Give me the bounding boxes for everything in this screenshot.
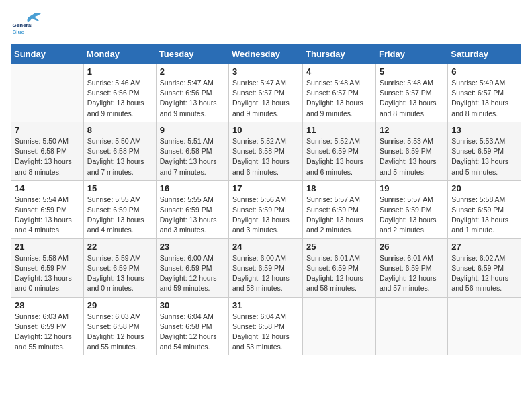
day-number: 11 [306,125,372,135]
calendar-cell: 10Sunrise: 5:52 AMSunset: 6:58 PMDayligh… [229,122,303,180]
day-info: Sunrise: 5:50 AMSunset: 6:58 PMDaylight:… [15,136,80,177]
day-number: 28 [15,300,80,310]
day-info: Sunrise: 5:52 AMSunset: 6:59 PMDaylight:… [306,136,372,177]
day-info: Sunrise: 5:57 AMSunset: 6:59 PMDaylight:… [306,195,372,236]
day-info: Sunrise: 5:59 AMSunset: 6:59 PMDaylight:… [87,253,152,294]
day-number: 29 [87,300,152,310]
calendar-cell: 2Sunrise: 5:47 AMSunset: 6:56 PMDaylight… [156,64,228,122]
day-info: Sunrise: 6:00 AMSunset: 6:59 PMDaylight:… [160,253,225,294]
week-row-4: 21Sunrise: 5:58 AMSunset: 6:59 PMDayligh… [11,238,521,297]
day-info: Sunrise: 5:53 AMSunset: 6:59 PMDaylight:… [451,136,517,177]
calendar-cell: 14Sunrise: 5:54 AMSunset: 6:59 PMDayligh… [11,180,84,238]
calendar-cell: 28Sunrise: 6:03 AMSunset: 6:59 PMDayligh… [11,297,84,355]
calendar-cell: 31Sunrise: 6:04 AMSunset: 6:58 PMDayligh… [229,297,303,355]
day-header-tuesday: Tuesday [156,45,228,64]
calendar-cell: 9Sunrise: 5:51 AMSunset: 6:58 PMDaylight… [156,122,228,180]
day-info: Sunrise: 5:49 AMSunset: 6:57 PMDaylight:… [451,78,517,119]
day-number: 15 [87,183,152,193]
calendar-cell: 7Sunrise: 5:50 AMSunset: 6:58 PMDaylight… [11,122,84,180]
calendar-cell: 4Sunrise: 5:48 AMSunset: 6:57 PMDaylight… [303,64,376,122]
day-info: Sunrise: 6:01 AMSunset: 6:59 PMDaylight:… [380,253,444,294]
calendar-cell: 22Sunrise: 5:59 AMSunset: 6:59 PMDayligh… [83,238,156,297]
day-info: Sunrise: 6:01 AMSunset: 6:59 PMDaylight:… [306,253,372,294]
day-info: Sunrise: 6:00 AMSunset: 6:59 PMDaylight:… [232,253,299,294]
day-header-wednesday: Wednesday [229,45,303,64]
day-info: Sunrise: 5:58 AMSunset: 6:59 PMDaylight:… [451,195,517,236]
day-info: Sunrise: 6:03 AMSunset: 6:59 PMDaylight:… [15,312,80,353]
day-info: Sunrise: 5:46 AMSunset: 6:56 PMDaylight:… [87,78,152,119]
calendar-cell: 12Sunrise: 5:53 AMSunset: 6:59 PMDayligh… [375,122,447,180]
calendar-cell: 23Sunrise: 6:00 AMSunset: 6:59 PMDayligh… [156,238,228,297]
calendar-cell: 16Sunrise: 5:55 AMSunset: 6:59 PMDayligh… [156,180,228,238]
day-number: 23 [160,242,225,252]
calendar-cell: 8Sunrise: 5:50 AMSunset: 6:58 PMDaylight… [83,122,156,180]
logo-icon: General Blue [11,11,44,38]
calendar-cell: 20Sunrise: 5:58 AMSunset: 6:59 PMDayligh… [448,180,521,238]
calendar-cell: 25Sunrise: 6:01 AMSunset: 6:59 PMDayligh… [303,238,376,297]
day-number: 14 [15,183,80,193]
day-header-saturday: Saturday [448,45,521,64]
day-number: 24 [232,242,299,252]
week-row-2: 7Sunrise: 5:50 AMSunset: 6:58 PMDaylight… [11,122,521,180]
calendar-cell: 24Sunrise: 6:00 AMSunset: 6:59 PMDayligh… [229,238,303,297]
calendar-cell: 5Sunrise: 5:48 AMSunset: 6:57 PMDaylight… [375,64,447,122]
day-info: Sunrise: 5:56 AMSunset: 6:59 PMDaylight:… [232,195,299,236]
day-number: 10 [232,125,299,135]
day-info: Sunrise: 6:02 AMSunset: 6:59 PMDaylight:… [451,253,517,294]
day-number: 18 [306,183,372,193]
day-number: 19 [380,183,444,193]
day-info: Sunrise: 5:57 AMSunset: 6:59 PMDaylight:… [380,195,444,236]
calendar-cell: 27Sunrise: 6:02 AMSunset: 6:59 PMDayligh… [448,238,521,297]
day-number: 13 [451,125,517,135]
calendar-cell: 11Sunrise: 5:52 AMSunset: 6:59 PMDayligh… [303,122,376,180]
day-number: 8 [87,125,152,135]
day-header-sunday: Sunday [11,45,84,64]
day-number: 25 [306,242,372,252]
day-header-friday: Friday [375,45,447,64]
day-info: Sunrise: 5:53 AMSunset: 6:59 PMDaylight:… [380,136,444,177]
svg-text:Blue: Blue [13,29,25,35]
day-info: Sunrise: 5:51 AMSunset: 6:58 PMDaylight:… [160,136,225,177]
calendar-cell [448,297,521,355]
calendar-cell: 15Sunrise: 5:55 AMSunset: 6:59 PMDayligh… [83,180,156,238]
week-row-1: 1Sunrise: 5:46 AMSunset: 6:56 PMDaylight… [11,64,521,122]
day-number: 3 [232,66,299,77]
day-header-monday: Monday [83,45,156,64]
day-number: 9 [160,125,225,135]
day-number: 4 [306,66,372,77]
day-number: 17 [232,183,299,193]
calendar-cell: 19Sunrise: 5:57 AMSunset: 6:59 PMDayligh… [375,180,447,238]
day-info: Sunrise: 5:58 AMSunset: 6:59 PMDaylight:… [15,253,80,294]
calendar-cell: 21Sunrise: 5:58 AMSunset: 6:59 PMDayligh… [11,238,84,297]
day-info: Sunrise: 6:03 AMSunset: 6:58 PMDaylight:… [87,312,152,353]
day-info: Sunrise: 5:48 AMSunset: 6:57 PMDaylight:… [306,78,372,119]
svg-text:General: General [13,22,33,28]
days-of-week-row: SundayMondayTuesdayWednesdayThursdayFrid… [11,45,521,64]
day-header-thursday: Thursday [303,45,376,64]
calendar-cell: 26Sunrise: 6:01 AMSunset: 6:59 PMDayligh… [375,238,447,297]
day-number: 22 [87,242,152,252]
day-number: 6 [451,66,517,77]
day-number: 26 [380,242,444,252]
day-number: 20 [451,183,517,193]
calendar-cell [11,64,84,122]
day-number: 30 [160,300,225,310]
day-number: 2 [160,66,225,77]
calendar-cell: 29Sunrise: 6:03 AMSunset: 6:58 PMDayligh… [83,297,156,355]
day-info: Sunrise: 5:50 AMSunset: 6:58 PMDaylight:… [87,136,152,177]
day-info: Sunrise: 5:48 AMSunset: 6:57 PMDaylight:… [380,78,444,119]
calendar-cell [303,297,376,355]
calendar-body: 1Sunrise: 5:46 AMSunset: 6:56 PMDaylight… [11,64,521,355]
page-header: General Blue [11,11,521,38]
day-info: Sunrise: 6:04 AMSunset: 6:58 PMDaylight:… [160,312,225,353]
day-info: Sunrise: 5:52 AMSunset: 6:58 PMDaylight:… [232,136,299,177]
day-number: 5 [380,66,444,77]
week-row-3: 14Sunrise: 5:54 AMSunset: 6:59 PMDayligh… [11,180,521,238]
calendar-cell: 6Sunrise: 5:49 AMSunset: 6:57 PMDaylight… [448,64,521,122]
day-info: Sunrise: 5:47 AMSunset: 6:56 PMDaylight:… [160,78,225,119]
calendar-table: SundayMondayTuesdayWednesdayThursdayFrid… [11,44,521,355]
calendar-cell [375,297,447,355]
calendar-header: SundayMondayTuesdayWednesdayThursdayFrid… [11,45,521,64]
calendar-cell: 17Sunrise: 5:56 AMSunset: 6:59 PMDayligh… [229,180,303,238]
day-number: 16 [160,183,225,193]
